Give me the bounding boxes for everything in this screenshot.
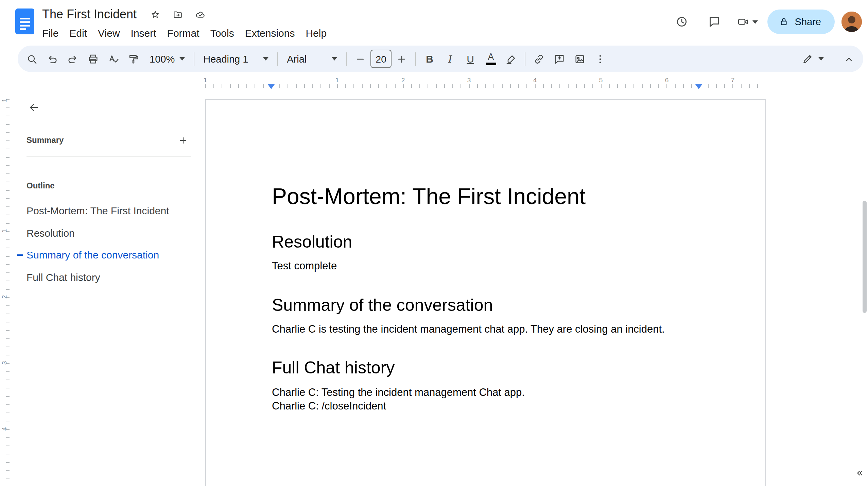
menu-view[interactable]: View bbox=[92, 24, 125, 42]
ruler-number: 1 bbox=[204, 76, 207, 84]
document-content: Post-Mortem: The First Incident Resoluti… bbox=[206, 100, 765, 413]
outline-list: Post-Mortem: The First Incident Resoluti… bbox=[12, 200, 209, 288]
highlight-color-icon[interactable] bbox=[501, 49, 521, 69]
outline-item-label: Resolution bbox=[27, 227, 75, 238]
toolbar-divider bbox=[194, 52, 194, 66]
document-title[interactable]: The First Incident bbox=[42, 7, 137, 21]
menu-extensions[interactable]: Extensions bbox=[240, 24, 300, 42]
outline-item-resolution[interactable]: Resolution bbox=[12, 222, 209, 244]
text-color-bar bbox=[486, 63, 496, 65]
toolbar-right-group bbox=[796, 49, 859, 69]
font-select[interactable]: Arial bbox=[281, 49, 343, 69]
zoom-select[interactable]: 100% bbox=[144, 49, 190, 69]
google-docs-window: The First Incident File Edit View Insert… bbox=[0, 0, 868, 486]
outline-item-label: Full Chat history bbox=[27, 271, 100, 283]
doc-heading2-full-chat[interactable]: Full Chat history bbox=[272, 358, 699, 378]
editing-mode-select[interactable] bbox=[796, 49, 829, 69]
star-icon[interactable] bbox=[146, 5, 164, 23]
paint-format-icon[interactable] bbox=[124, 49, 144, 69]
ruler-number: 1 bbox=[0, 226, 8, 236]
toolbar-divider bbox=[415, 52, 416, 66]
cloud-saved-icon[interactable] bbox=[191, 5, 209, 23]
docs-logo-icon[interactable] bbox=[15, 8, 35, 35]
print-icon[interactable] bbox=[83, 49, 103, 69]
menu-tools[interactable]: Tools bbox=[205, 24, 240, 42]
vertical-ruler: 1 1 2 3 4 bbox=[0, 90, 12, 486]
search-menus-icon[interactable] bbox=[22, 49, 42, 69]
add-comment-icon[interactable] bbox=[549, 49, 570, 69]
zoom-caret-icon bbox=[179, 57, 185, 61]
ruler-number: 4 bbox=[533, 76, 537, 84]
ruler-number: 2 bbox=[401, 76, 405, 84]
text-color-button[interactable]: A bbox=[481, 49, 501, 69]
sidebar-divider bbox=[27, 156, 191, 156]
doc-paragraph[interactable]: Charlie C: /closeIncident bbox=[272, 399, 699, 413]
ruler-number: 2 bbox=[0, 292, 8, 302]
paragraph-style-value: Heading 1 bbox=[203, 53, 248, 64]
header-actions: Share bbox=[669, 9, 862, 35]
outline-item-full-chat-history[interactable]: Full Chat history bbox=[12, 266, 209, 288]
close-outline-icon[interactable] bbox=[24, 98, 44, 117]
decrease-font-size-button[interactable] bbox=[350, 49, 370, 69]
document-page[interactable]: Post-Mortem: The First Incident Resoluti… bbox=[205, 99, 766, 486]
italic-glyph: I bbox=[448, 53, 452, 65]
font-size-input[interactable]: 20 bbox=[370, 50, 392, 68]
collapse-side-panel-icon[interactable] bbox=[850, 464, 868, 482]
outline-heading: Outline bbox=[27, 181, 55, 190]
outline-item-summary-of-conversation[interactable]: Summary of the conversation bbox=[12, 244, 209, 266]
ruler-number: 4 bbox=[0, 424, 8, 434]
meet-call-button[interactable] bbox=[734, 9, 761, 35]
ruler-number: 7 bbox=[731, 76, 735, 84]
hide-menus-icon[interactable] bbox=[839, 49, 859, 69]
text-color-glyph: A bbox=[488, 53, 494, 62]
lock-icon bbox=[779, 16, 789, 27]
right-indent-marker[interactable] bbox=[695, 84, 702, 89]
doc-paragraph[interactable]: Charlie C is testing the incident manage… bbox=[272, 322, 699, 336]
share-label: Share bbox=[795, 16, 821, 27]
menu-format[interactable]: Format bbox=[162, 24, 205, 42]
vertical-scrollbar-thumb[interactable] bbox=[863, 201, 867, 313]
account-avatar[interactable] bbox=[841, 12, 862, 32]
font-value: Arial bbox=[287, 53, 307, 64]
ruler-number: 3 bbox=[0, 358, 8, 368]
version-history-icon[interactable] bbox=[669, 9, 695, 35]
share-button[interactable]: Share bbox=[768, 10, 835, 34]
insert-image-icon[interactable] bbox=[570, 49, 590, 69]
doc-heading2-resolution[interactable]: Resolution bbox=[272, 232, 699, 252]
meet-call-caret-icon bbox=[753, 20, 758, 23]
add-summary-icon[interactable] bbox=[175, 132, 191, 148]
active-item-dash-icon bbox=[17, 255, 23, 256]
left-indent-marker[interactable] bbox=[268, 84, 275, 89]
paragraph-style-select[interactable]: Heading 1 bbox=[198, 49, 274, 69]
more-toolbar-options-icon[interactable] bbox=[590, 49, 610, 69]
bold-button[interactable]: B bbox=[419, 49, 440, 69]
increase-font-size-button[interactable] bbox=[392, 49, 412, 69]
ruler-number: 1 bbox=[335, 76, 339, 84]
italic-button[interactable]: I bbox=[440, 49, 460, 69]
outline-item-label: Summary of the conversation bbox=[27, 249, 159, 261]
redo-icon[interactable] bbox=[63, 49, 83, 69]
app-header: The First Incident File Edit View Insert… bbox=[0, 0, 868, 44]
comments-icon[interactable] bbox=[702, 9, 728, 35]
editing-mode-caret-icon bbox=[818, 57, 824, 61]
ruler-ticks bbox=[205, 84, 765, 88]
doc-heading2-summary[interactable]: Summary of the conversation bbox=[272, 295, 699, 315]
undo-icon[interactable] bbox=[42, 49, 63, 69]
move-to-folder-icon[interactable] bbox=[169, 5, 186, 23]
doc-heading1[interactable]: Post-Mortem: The First Incident bbox=[272, 184, 699, 210]
menu-help[interactable]: Help bbox=[300, 24, 332, 42]
doc-paragraph[interactable]: Test complete bbox=[272, 259, 699, 273]
bold-glyph: B bbox=[426, 53, 433, 65]
summary-heading: Summary bbox=[27, 135, 64, 145]
underline-glyph: U bbox=[467, 53, 474, 65]
insert-link-icon[interactable] bbox=[529, 49, 549, 69]
spellcheck-icon[interactable] bbox=[103, 49, 124, 69]
doc-paragraph[interactable]: Charlie C: Testing the incident manageme… bbox=[272, 385, 699, 399]
font-caret-icon bbox=[332, 57, 337, 61]
menu-file[interactable]: File bbox=[37, 24, 64, 42]
menu-bar: File Edit View Insert Format Tools Exten… bbox=[37, 24, 332, 42]
underline-button[interactable]: U bbox=[460, 49, 481, 69]
menu-insert[interactable]: Insert bbox=[125, 24, 162, 42]
outline-item-post-mortem[interactable]: Post-Mortem: The First Incident bbox=[12, 200, 209, 222]
menu-edit[interactable]: Edit bbox=[64, 24, 92, 42]
